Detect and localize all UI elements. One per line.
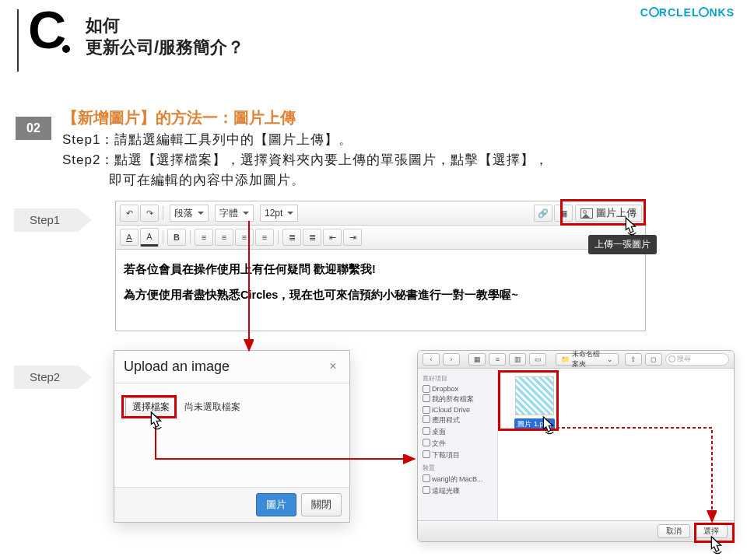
thumbnail-image — [515, 376, 554, 415]
no-file-label: 尚未選取檔案 — [184, 401, 240, 414]
align-right-button[interactable]: ≡ — [235, 229, 254, 246]
text-color-button[interactable]: A — [120, 229, 139, 246]
cursor-icon — [622, 216, 643, 240]
content-line-1: 若各位會員在操作使用上有任何疑問 歡迎聯繫我! — [124, 262, 637, 277]
align-justify-button[interactable]: ≡ — [255, 229, 274, 246]
editor-content[interactable]: 若各位會員在操作使用上有任何疑問 歡迎聯繫我! 為方便使用者盡快熟悉Circle… — [116, 250, 645, 331]
header-divider — [17, 9, 19, 72]
step-number-badge: 02 — [16, 117, 51, 140]
paragraph-select[interactable]: 段落 — [170, 205, 209, 222]
logo: CRCLELNKS — [640, 6, 735, 19]
file-picker-dialog: ‹ › ▦ ≡ ▥ ▭ 📁 未命名檔案夾 ⌄ ⇪ ◻ 搜尋 喜好項目 Dropb… — [417, 350, 735, 542]
page-title-line2: 更新公司/服務簡介？ — [86, 36, 244, 59]
cursor-icon — [540, 415, 560, 439]
bullet-list-button[interactable]: ≣ — [282, 229, 301, 246]
font-select[interactable]: 字體 — [215, 205, 254, 222]
upload-image-modal: Upload an image × 選擇檔案 尚未選取檔案 圖片 關閉 — [114, 350, 350, 523]
sidebar-item[interactable]: iCloud Drive — [423, 405, 493, 415]
finder-forward-button[interactable]: › — [443, 353, 460, 366]
sidebar-item[interactable]: wangl的 MacB... — [423, 474, 493, 485]
finder-view-list[interactable]: ≡ — [489, 353, 506, 366]
finder-cancel-button[interactable]: 取消 — [658, 524, 690, 538]
finder-file-area[interactable]: 圖片 1.png — [498, 369, 734, 522]
align-center-button[interactable]: ≡ — [215, 229, 233, 246]
step1-instruction: Step1：請點選編輯工具列中的【圖片上傳】。 — [62, 131, 352, 149]
section-letter-dot — [62, 45, 70, 53]
sidebar-item[interactable]: 遠端光碟 — [423, 485, 493, 497]
modal-title: Upload an image — [124, 359, 230, 375]
insert-image-button[interactable]: ▦ — [554, 205, 573, 222]
cursor-icon — [708, 535, 728, 558]
sidebar-item[interactable]: 文件 — [423, 438, 493, 450]
cursor-icon — [148, 411, 168, 434]
finder-view-icon[interactable]: ▦ — [468, 353, 486, 366]
sidebar-item[interactable]: 下載項目 — [423, 450, 493, 461]
sidebar-item[interactable]: 我的所有檔案 — [423, 394, 493, 405]
modal-close-button[interactable]: × — [326, 360, 340, 374]
finder-share-button[interactable]: ⇪ — [625, 353, 642, 366]
step2-chevron-label: Step2 — [30, 370, 60, 383]
finder-back-button[interactable]: ‹ — [423, 353, 440, 366]
redo-button[interactable]: ↷ — [140, 205, 159, 222]
outdent-button[interactable]: ⇤ — [323, 229, 342, 246]
align-left-button[interactable]: ≡ — [195, 229, 213, 246]
sidebar-header-favorites: 喜好項目 — [423, 374, 493, 383]
number-list-button[interactable]: ≣ — [303, 229, 321, 246]
modal-image-button[interactable]: 圖片 — [256, 493, 296, 516]
page-title-line1: 如何 — [86, 14, 120, 37]
bold-button[interactable]: B — [167, 229, 186, 246]
finder-sidebar: 喜好項目 Dropbox 我的所有檔案 iCloud Drive 應用程式 桌面… — [418, 369, 498, 522]
sidebar-item[interactable]: Dropbox — [423, 384, 493, 394]
finder-search-input[interactable]: 搜尋 — [665, 353, 729, 366]
step2-instruction: Step2：點選【選擇檔案】，選擇資料夾內要上傳的單張圖片，點擊【選擇】， — [62, 151, 549, 169]
section-letter: C — [28, 3, 66, 56]
toolbar-row-1: ↶ ↷ 段落 字體 12pt 🔗 ▦ 圖片上傳 — [116, 201, 645, 226]
toolbar-row-2: A A B ≡ ≡ ≡ ≡ ≣ ≣ ⇤ ⇥ — [116, 226, 645, 250]
section-subtitle: 【新增圖片】的方法一：圖片上傳 — [62, 107, 296, 128]
finder-folder-dropdown[interactable]: 📁 未命名檔案夾 ⌄ — [556, 353, 619, 366]
sidebar-item[interactable]: 桌面 — [423, 426, 493, 438]
step1-chevron-label: Step1 — [30, 213, 60, 226]
finder-tag-button[interactable]: ◻ — [645, 353, 662, 366]
modal-close-button-2[interactable]: 關閉 — [301, 493, 342, 516]
bg-color-button[interactable]: A — [140, 228, 159, 247]
image-upload-icon — [580, 208, 593, 219]
link-button[interactable]: 🔗 — [534, 205, 552, 222]
indent-button[interactable]: ⇥ — [343, 229, 362, 246]
content-line-2: 為方便使用者盡快熟悉Circles，現在也可來信預約小秘書進行一對一教學喔~ — [124, 288, 637, 303]
rich-text-editor: ↶ ↷ 段落 字體 12pt 🔗 ▦ 圖片上傳 A A B ≡ ≡ ≡ ≡ ≣ … — [115, 201, 646, 331]
size-select[interactable]: 12pt — [260, 205, 298, 222]
undo-button[interactable]: ↶ — [120, 205, 139, 222]
sidebar-header-devices: 裝置 — [423, 464, 493, 472]
finder-view-gal[interactable]: ▭ — [529, 353, 546, 366]
step2-instruction-cont: 即可在編輯的內容中添加圖片。 — [109, 171, 305, 189]
sidebar-item[interactable]: 應用程式 — [423, 415, 493, 426]
finder-view-col[interactable]: ▥ — [509, 353, 526, 366]
